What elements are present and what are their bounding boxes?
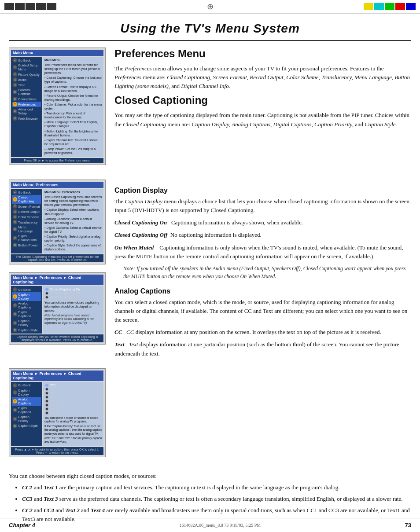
screen4-footer: Press ▲ or ▼ to point to an option, then… [11, 447, 103, 455]
screen3-item-4: 4 Caption Priority [12, 319, 41, 327]
cc-off-option: Closed Captioning Off No captioning info… [114, 231, 411, 239]
screen3-item-5: 5 Caption Style [12, 327, 41, 333]
screen1-container: Main Menu ← Go Back 1 Guided Setup Menu … [9, 48, 106, 173]
screen3-item-2: 2 Analog Captions [12, 301, 41, 310]
screen1-num-2: 2 [13, 72, 17, 77]
screen3-body: ← Go Back 1 Caption Display 2 Analog Cap… [11, 286, 103, 334]
caption-display-body: The Caption Display menu displays a choi… [114, 197, 411, 215]
screen4-header: Main Menu ► Preferences ► Closed Caption… [11, 371, 103, 381]
screen3-num-1: 1 [13, 294, 17, 299]
color-block-cyan [374, 3, 384, 10]
screen1-num-1: 1 [13, 65, 17, 70]
screen4-item-back: ← Go Back [12, 383, 41, 388]
screen1-num-5: 5 [13, 90, 17, 94]
screen2-num-8: 8 [13, 243, 17, 247]
screen2-footer: The Closed Captioning menu lets you set … [11, 254, 103, 262]
screen3-num-5: 5 [13, 328, 17, 332]
page-title: Using the TV's Menu System [22, 22, 398, 36]
closed-captioning-intro: You may set the type of captioning displ… [114, 111, 411, 128]
screen2-num-7: 7 [13, 236, 17, 240]
screen4-radio-cc1: CC1 [44, 383, 102, 387]
screen2-item-6: 6 Menu Language [12, 225, 41, 234]
screen3-radio-dot-2 [45, 292, 48, 295]
screen2-num-2: 2 [13, 204, 17, 209]
screen1-num-8: 8 [13, 109, 17, 114]
screen3-item-3: 3 Digital Captions [12, 310, 41, 319]
screen3-num-4: 4 [13, 321, 17, 325]
page-title-section: Using the TV's Menu System [9, 14, 411, 41]
top-bar-block-5 [47, 3, 56, 10]
bullets-section: You can choose between eight closed capt… [0, 472, 420, 524]
screen3-num-2: 2 [13, 303, 17, 308]
screen3-num-3: 3 [13, 312, 17, 316]
screen1-num-3: 3 [13, 77, 17, 82]
screen4-num-3: 3 [13, 408, 17, 412]
screen3-item-back: ← Go Back [12, 287, 41, 292]
screen1-footer: Press OK or ► to access the Preferences … [11, 158, 103, 163]
text-desc: Text Text displays information at one pa… [114, 340, 411, 358]
screen4-back-num: ← [13, 383, 17, 388]
screen4-radio-t4: Text 4 [44, 411, 102, 415]
chapter-label: Chapter [9, 522, 30, 528]
preferences-text: Preferences Menu The Preferences menu al… [114, 48, 411, 173]
screen1-item-9: 9 Web Browser [12, 116, 41, 121]
page-footer: Chapter 4 1614682A.06_menu_8.8 73 9/18/0… [0, 518, 420, 532]
screen2-num-3: 3 [13, 209, 17, 214]
preferences-section: Main Menu ← Go Back 1 Guided Setup Menu … [0, 41, 420, 180]
screen4-dot-t1 [45, 400, 48, 403]
screen1-mockup: Main Menu ← Go Back 1 Guided Setup Menu … [9, 48, 106, 165]
color-block-blue [406, 3, 416, 10]
screen2-item-5: 5 Translucency [12, 220, 41, 225]
screen4-radio-cc4: CC4 [44, 395, 102, 399]
screen1-num-4: 4 [13, 83, 17, 87]
screen2-num-4: 4 [13, 215, 17, 219]
screen4-radio-t2: Text 2 [44, 403, 102, 407]
screen1-item-5: 5 Parental Controls [12, 88, 41, 96]
screen3-radio-1: Closed Captioning On [44, 287, 102, 291]
screen4-dot-cc3 [45, 392, 48, 395]
color-block-green [385, 3, 394, 10]
screen1-item-6: 6 Connections [12, 96, 41, 102]
screen4-dot-cc2 [45, 388, 48, 391]
screen2-back-num: ← [13, 190, 17, 194]
bullets-intro: You can choose between eight closed capt… [9, 472, 411, 481]
top-bar-block-1 [4, 3, 14, 10]
screen4-dot-cc4 [45, 396, 48, 399]
screen1-item-2: 2 Picture Quality [12, 72, 41, 77]
screen4-dot-cc1 [45, 384, 48, 387]
screen1-menu: ← Go Back 1 Guided Setup Menu 2 Picture … [11, 57, 42, 157]
chapter-num: 4 [32, 522, 35, 528]
screen4-num-4: 4 [13, 417, 17, 421]
screen1-num-9: 9 [13, 116, 17, 121]
screen2-item-1: 1 Closed Captioning [12, 195, 41, 204]
screen1-item-back: ← Go Back [12, 58, 41, 63]
analog-captions-title: Analog Captions [114, 287, 411, 295]
screen2-content: Main Menu: Preferences The Closed Captio… [43, 189, 103, 253]
screen2-mockup: Main Menu: Preferences ← Go Back 1 Close… [9, 180, 106, 264]
screen4-item-2: 2 Analog Captions [12, 397, 41, 406]
preferences-title: Preferences Menu [114, 48, 411, 60]
screen4-body: ← Go Back 1 Caption Display 2 Analog Cap… [11, 382, 103, 446]
screen1-num-7: 7 [13, 102, 17, 106]
screen1-num-6: 6 [13, 97, 17, 101]
screen4-item-1: 1 Caption Display [12, 388, 41, 397]
screen4-radio-cc3: CC3 [44, 391, 102, 395]
screen2-item-7: 7 Digital Channel Info [12, 234, 41, 242]
screen3-item-1: 1 Caption Display [12, 292, 41, 301]
screen3-back-num: ← [13, 287, 17, 292]
screen2-item-3: 3 Record Output [12, 209, 41, 214]
screen2-header: Main Menu: Preferences [11, 182, 103, 188]
screen1-content: Main Menu The Preferences menu has scree… [43, 57, 103, 157]
screen4-item-4: 4 Caption Priority [12, 415, 41, 423]
screen4-container: Main Menu ► Preferences ► Closed Caption… [9, 368, 106, 465]
analog-captions-body: You can select a closed caption mode, wh… [114, 298, 411, 324]
footer-chapter: Chapter 4 [9, 522, 35, 528]
screen4-radio-t3: Text 3 [44, 407, 102, 411]
screen4-content: CC1 CC2 CC3 CC4 [43, 382, 103, 446]
screen1-item-3: 3 Audio [12, 77, 41, 82]
screen3-menu: ← Go Back 1 Caption Display 2 Analog Cap… [11, 286, 42, 334]
bullet-1: CC1 and Text 1 are the primary caption a… [22, 483, 411, 492]
screen4-num-1: 1 [13, 390, 17, 395]
screen1-item-4: 4 Time [12, 82, 41, 88]
cc-desc: CC CC displays information at any positi… [114, 328, 411, 337]
